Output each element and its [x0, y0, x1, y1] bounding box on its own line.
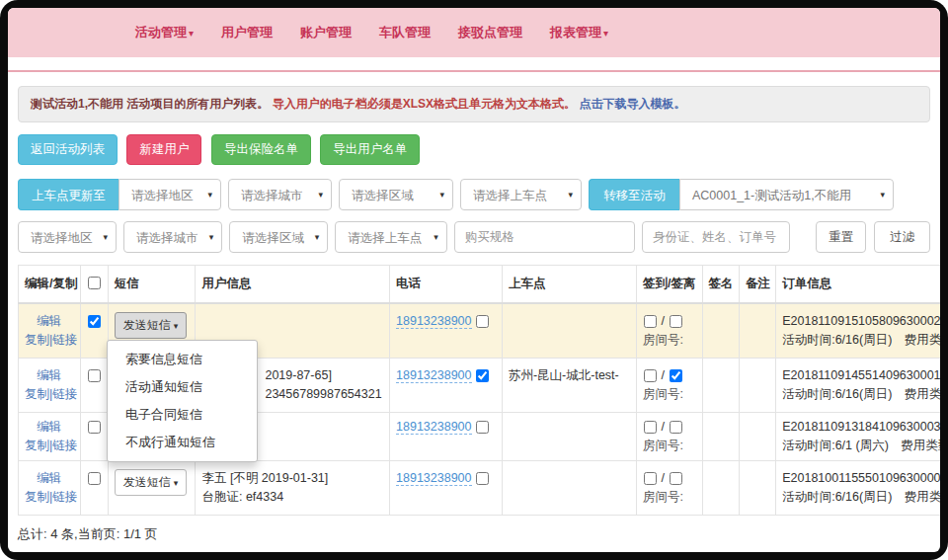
checkin-checkbox[interactable] — [644, 421, 657, 434]
table-row: 编辑复制|链接 发送短信▾ 李五 [不明 2019-01-31]台胞证: ef4… — [19, 461, 941, 516]
phone-link[interactable]: 18913238900 — [396, 471, 471, 486]
note-cell — [739, 461, 775, 516]
caret-down-icon: ▾ — [318, 190, 323, 200]
export-insurance-button[interactable]: 导出保险名单 — [211, 134, 311, 165]
toolbar: 返回活动列表 新建用户 导出保险名单 导出用户名单 — [18, 134, 930, 165]
transfer-to-activity-button[interactable]: 转移至活动 — [589, 179, 679, 210]
send-sms-button[interactable]: 发送短信▾ — [115, 312, 188, 339]
nav-item-shuttle-point-mgmt[interactable]: 接驳点管理 — [444, 24, 536, 41]
user-table-container: 编辑/复制 短信 用户信息 电话 上车点 签到/签离 签名 备注 订单信息 编辑… — [18, 265, 940, 516]
filter-city-select[interactable]: 请选择城市▾ — [123, 221, 222, 253]
target-activity-select[interactable]: AC0001_1-测试活动1,不能用▾ — [679, 179, 894, 210]
spec-input[interactable] — [454, 221, 635, 253]
signature-cell — [702, 303, 739, 359]
app-window: 活动管理▾ 用户管理 账户管理 车队管理 接驳点管理 报表管理▾ 测试活动1,不… — [8, 8, 940, 552]
row-checkbox[interactable] — [88, 369, 101, 382]
alert-banner: 测试活动1,不能用 活动项目的所有用户列表。 导入用户的电子档必须是XLSX格式… — [18, 86, 930, 122]
phone-checkbox[interactable] — [476, 315, 489, 328]
menu-item-cancellation-notice-sms[interactable]: 不成行通知短信 — [108, 429, 257, 456]
city-select[interactable]: 请选择城市▾ — [228, 179, 332, 210]
caret-down-icon: ▾ — [207, 190, 212, 200]
export-users-button[interactable]: 导出用户名单 — [320, 134, 420, 165]
phone-checkbox[interactable] — [476, 369, 489, 382]
menu-item-request-info-sms[interactable]: 索要信息短信 — [108, 346, 257, 373]
table-header-row: 编辑/复制 短信 用户信息 电话 上车点 签到/签离 签名 备注 订单信息 — [19, 266, 941, 304]
checkin-checkbox[interactable] — [644, 369, 657, 382]
header-note: 备注 — [739, 266, 775, 304]
row-checkbox[interactable] — [88, 315, 101, 328]
divider — [8, 70, 940, 72]
new-user-button[interactable]: 新建用户 — [126, 134, 201, 165]
update-pickup-button[interactable]: 上车点更新至 — [18, 179, 118, 210]
phone-checkbox[interactable] — [476, 421, 489, 434]
checkout-checkbox[interactable] — [670, 421, 682, 434]
screenshot-frame: 活动管理▾ 用户管理 账户管理 车队管理 接驳点管理 报表管理▾ 测试活动1,不… — [0, 0, 948, 560]
filter-region-select[interactable]: 请选择地区▾ — [18, 221, 117, 253]
back-to-activity-list-button[interactable]: 返回活动列表 — [18, 134, 118, 165]
nav-item-user-mgmt[interactable]: 用户管理 — [207, 24, 286, 41]
row-checkbox[interactable] — [88, 421, 101, 434]
copy-link[interactable]: 复制|链接 — [25, 437, 74, 455]
order-details: 活动时间:6/16(周日) 费用类型 — [782, 488, 940, 507]
pickup-cell: 苏州-昆山-城北-test- — [502, 359, 636, 413]
caret-down-icon: ▾ — [880, 190, 885, 200]
header-edit: 编辑/复制 — [19, 266, 81, 304]
select-all-checkbox[interactable] — [88, 277, 101, 289]
edit-link[interactable]: 编辑 — [25, 366, 74, 385]
room-label: 房间号: — [643, 385, 696, 404]
send-sms-button[interactable]: 发送短信▾ — [115, 469, 188, 496]
order-id: E20181109151058096300025 — [782, 312, 940, 331]
nav-item-account-mgmt[interactable]: 账户管理 — [286, 24, 365, 41]
district-select[interactable]: 请选择区域▾ — [339, 179, 453, 210]
phone-checkbox[interactable] — [476, 472, 489, 485]
nav-item-fleet-mgmt[interactable]: 车队管理 — [365, 24, 444, 41]
caret-down-icon: ▾ — [315, 232, 320, 242]
room-label: 房间号: — [643, 488, 696, 507]
phone-link[interactable]: 18913238900 — [396, 368, 471, 383]
header-user-info: 用户信息 — [196, 266, 390, 304]
edit-link[interactable]: 编辑 — [25, 418, 74, 437]
note-cell — [739, 303, 775, 359]
search-input[interactable] — [642, 221, 790, 253]
region-select[interactable]: 请选择地区▾ — [118, 179, 221, 210]
filter-district-select[interactable]: 请选择区域▾ — [229, 221, 328, 253]
signature-cell — [702, 359, 739, 413]
order-id: E20181109131841096300031 — [782, 418, 940, 437]
order-id: E20181001155501096300005 — [782, 469, 940, 488]
header-pickup: 上车点 — [502, 266, 636, 304]
caret-down-icon: ▾ — [439, 190, 444, 200]
edit-link[interactable]: 编辑 — [25, 469, 74, 488]
menu-item-activity-notice-sms[interactable]: 活动通知短信 — [108, 373, 257, 401]
copy-link[interactable]: 复制|链接 — [25, 385, 74, 404]
row-checkbox[interactable] — [88, 472, 101, 485]
menu-item-econtract-sms[interactable]: 电子合同短信 — [108, 401, 257, 429]
header-order: 订单信息 — [776, 266, 940, 304]
pickup-point-select[interactable]: 请选择上车点▾ — [460, 179, 582, 210]
checkin-checkbox[interactable] — [644, 472, 657, 485]
alert-format-text: 导入用户的电子档必须是XLSX格式且单元格为文本格式。 — [273, 97, 576, 111]
header-sign: 签到/签离 — [637, 266, 703, 304]
checkout-checkbox[interactable] — [670, 369, 682, 382]
nav-item-activity-mgmt[interactable]: 活动管理▾ — [121, 24, 207, 41]
order-id: E20181109145514096300019 — [782, 366, 940, 385]
filter-pickup-select[interactable]: 请选择上车点▾ — [335, 221, 447, 253]
checkout-checkbox[interactable] — [670, 315, 682, 328]
sms-dropdown-menu: 索要信息短信 活动通知短信 电子合同短信 不成行通知短信 — [107, 340, 258, 462]
room-label: 房间号: — [643, 331, 696, 350]
checkin-checkbox[interactable] — [644, 315, 657, 328]
phone-link[interactable]: 18913238900 — [396, 420, 471, 435]
user-info: 李五 [不明 2019-01-31] — [201, 469, 383, 488]
phone-link[interactable]: 18913238900 — [396, 314, 471, 329]
download-template-link[interactable]: 点击下载导入模板。 — [579, 97, 685, 111]
caret-down-icon: ▾ — [434, 232, 438, 242]
pickup-cell — [502, 461, 636, 516]
note-cell — [739, 359, 775, 413]
copy-link[interactable]: 复制|链接 — [25, 488, 74, 507]
nav-item-report-mgmt[interactable]: 报表管理▾ — [536, 24, 622, 41]
checkout-checkbox[interactable] — [670, 472, 682, 485]
copy-link[interactable]: 复制|链接 — [25, 331, 74, 350]
reset-button[interactable]: 重置 — [816, 221, 866, 253]
filter-button[interactable]: 过滤 — [874, 221, 930, 253]
order-details: 活动时间:6/1 (周六) 费用类型 — [782, 437, 940, 455]
edit-link[interactable]: 编辑 — [25, 312, 74, 331]
